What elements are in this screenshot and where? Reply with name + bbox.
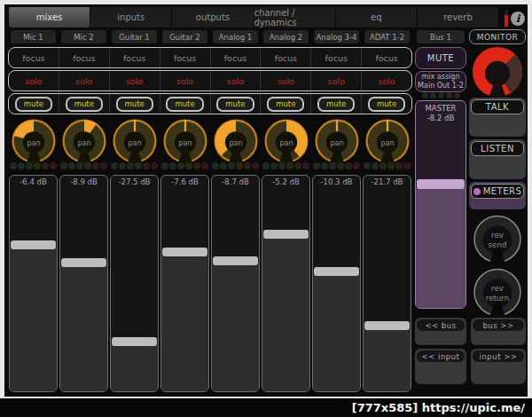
bus-mute-button[interactable]: MUTE — [415, 47, 466, 69]
channel-fader[interactable]: -5.2 dB — [262, 175, 310, 392]
focus-cell[interactable]: focus — [211, 48, 262, 67]
solo-cell[interactable]: solo — [9, 71, 59, 90]
channel-label[interactable]: Guitar 1 — [112, 30, 157, 43]
focus-cell[interactable]: focus — [160, 48, 211, 67]
focus-cell[interactable]: focus — [9, 48, 59, 67]
talk-button[interactable]: TALK — [471, 99, 524, 114]
fader-handle[interactable] — [364, 321, 410, 330]
channel-label[interactable]: Analog 1 — [213, 30, 258, 43]
mute-button[interactable]: mute — [216, 97, 254, 112]
mute-cell[interactable]: mute — [160, 94, 211, 114]
info-icon[interactable]: i — [511, 12, 525, 26]
tab-reverb[interactable]: reverb — [418, 7, 499, 28]
master-fader-handle[interactable] — [417, 179, 465, 189]
mute-button[interactable]: mute — [116, 97, 153, 112]
pan-knob[interactable]: pan — [262, 117, 310, 165]
bus-label[interactable]: Bus 1 — [417, 30, 465, 43]
mute-button[interactable]: mute — [15, 97, 52, 112]
solo-cell[interactable]: solo — [160, 71, 211, 90]
pan-label: pan — [77, 138, 90, 147]
channel-label-cell: Analog 1 — [210, 30, 261, 43]
mute-button[interactable]: mute — [267, 97, 304, 112]
pan-knob[interactable]: pan — [313, 117, 361, 165]
channel-fader[interactable]: -7.6 dB — [160, 175, 209, 392]
fader-handle[interactable] — [263, 230, 309, 239]
tab-outputs[interactable]: outputs — [172, 7, 254, 28]
solo-cell[interactable]: solo — [211, 71, 262, 90]
talk-group: TALK — [469, 98, 526, 137]
mute-cell[interactable]: mute — [362, 94, 411, 114]
meters-led-icon — [473, 188, 481, 195]
mute-cell[interactable]: mute — [59, 94, 110, 114]
channel-fader[interactable]: -6.4 dB — [9, 175, 58, 392]
channel-fader[interactable]: -8.7 dB — [211, 175, 260, 392]
pan-knob[interactable]: pan — [364, 117, 411, 165]
mute-button[interactable]: mute — [66, 97, 103, 112]
focus-cell[interactable]: focus — [261, 48, 311, 67]
focus-cell[interactable]: focus — [110, 48, 160, 67]
mute-cell[interactable]: mute — [110, 94, 160, 114]
channel-label[interactable]: Mic 1 — [11, 30, 56, 43]
mute-cell[interactable]: mute — [9, 94, 59, 114]
pan-knob[interactable]: pan — [10, 117, 58, 165]
focus-cell[interactable]: focus — [59, 48, 110, 67]
meter-led — [387, 162, 395, 169]
channel-fader[interactable]: -21.7 dB — [363, 175, 411, 392]
tab-mixes[interactable]: mixes — [9, 7, 90, 28]
solo-cell[interactable]: solo — [362, 71, 411, 90]
tab-inputs[interactable]: inputs — [90, 7, 172, 28]
meter-led — [270, 162, 278, 169]
mute-cell[interactable]: mute — [311, 94, 362, 114]
pan-knob[interactable]: pan — [111, 117, 159, 165]
mute-cell[interactable]: mute — [261, 94, 311, 114]
bus-next-button[interactable]: bus >> — [473, 319, 524, 331]
fader-handle[interactable] — [213, 256, 258, 265]
bus-mix-assign-button[interactable]: mix assign Main Out 1-2 — [415, 71, 466, 92]
meters-button[interactable]: METERS — [471, 184, 524, 199]
listen-button[interactable]: LISTEN — [471, 141, 524, 156]
input-next-button[interactable]: input >> — [473, 350, 524, 362]
fader-handle[interactable] — [162, 248, 207, 256]
mute-button[interactable]: mute — [166, 97, 203, 112]
channel-label[interactable]: Analog 3-4 — [314, 30, 359, 43]
solo-cell[interactable]: solo — [311, 71, 362, 90]
focus-cell[interactable]: focus — [362, 48, 411, 67]
led-cell — [210, 161, 261, 169]
meter-led — [262, 162, 270, 169]
reverb-return-knob[interactable]: revreturn — [472, 267, 523, 318]
mute-cell[interactable]: mute — [211, 94, 262, 114]
channel-label[interactable]: Analog 2 — [263, 30, 309, 43]
channel-fader[interactable]: -27.5 dB — [110, 175, 159, 392]
fader-handle[interactable] — [112, 337, 157, 346]
master-fader[interactable]: MASTER -8.2 dB — [415, 100, 466, 309]
pan-knob[interactable]: pan — [212, 117, 260, 165]
pan-knob[interactable]: pan — [60, 117, 108, 165]
fader-handle[interactable] — [61, 258, 106, 267]
pan-knob[interactable]: pan — [161, 117, 209, 165]
meter-led — [220, 162, 227, 169]
channel-label-cell: Mic 2 — [59, 30, 109, 43]
solo-cell[interactable]: solo — [59, 71, 110, 90]
focus-button-label: focus — [375, 53, 397, 63]
solo-cell[interactable]: solo — [261, 71, 311, 90]
mute-button[interactable]: mute — [317, 97, 355, 112]
reverb-send-knob[interactable]: revsend — [472, 214, 523, 264]
tab-eq[interactable]: eq — [336, 7, 418, 28]
channel-fader[interactable]: -10.3 dB — [312, 175, 361, 392]
mute-button[interactable]: mute — [368, 97, 405, 112]
channel-label[interactable]: ADAT 1-2 — [364, 30, 410, 43]
input-prev-button[interactable]: << input — [417, 350, 465, 362]
solo-cell[interactable]: solo — [110, 71, 160, 90]
focus-cell[interactable]: focus — [311, 48, 362, 67]
meter-led — [161, 162, 168, 169]
monitor-volume-knob[interactable] — [471, 45, 524, 98]
fader-handle[interactable] — [314, 267, 359, 276]
master-db-value: -8.2 dB — [416, 114, 466, 122]
channel-fader[interactable]: -8.9 dB — [59, 175, 108, 392]
fader-handle[interactable] — [11, 240, 56, 249]
channel-label[interactable]: Guitar 2 — [162, 30, 207, 43]
channel-label[interactable]: Mic 2 — [61, 30, 106, 43]
monitor-label[interactable]: MONITOR — [469, 29, 526, 44]
bus-prev-button[interactable]: << bus — [417, 319, 465, 331]
tab-channel-dynamics[interactable]: channel / dynamics — [254, 7, 336, 28]
